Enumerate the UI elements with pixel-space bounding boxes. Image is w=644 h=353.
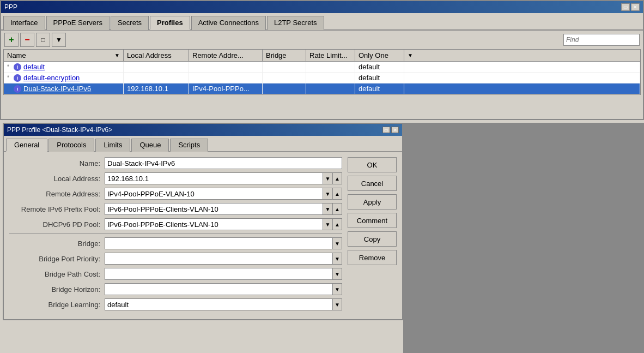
remove-button[interactable]: − (20, 33, 34, 47)
tab-active-connections[interactable]: Active Connections (191, 16, 266, 30)
bridge-learning-label: Bridge Learning: (9, 301, 105, 309)
bridge-field: ▼ (105, 237, 342, 249)
col-rate-limit: Rate Limit... (306, 50, 355, 61)
dialog-tab-protocols[interactable]: Protocols (48, 139, 94, 152)
table-row[interactable]: * i default-encryption default (4, 73, 640, 83)
bridge-path-cost-input[interactable] (105, 268, 332, 280)
bridge-horizon-label: Bridge Horizon: (9, 285, 105, 294)
row3-name: i Dual-Stack-IPv4-IPv6 (4, 83, 124, 94)
bridge-input[interactable] (105, 237, 332, 249)
remote-address-input[interactable] (105, 188, 323, 200)
bridge-path-cost-field: ▼ (105, 268, 342, 280)
row2-rate-limit (306, 73, 355, 83)
remote-ipv6-row: Remote IPv6 Prefix Pool: ▼ ▲ (9, 203, 342, 215)
remote-address-up[interactable]: ▲ (332, 188, 342, 200)
title-bar-buttons: ▭ ✕ (621, 3, 640, 11)
dhcpv6-dropdown[interactable]: ▼ (323, 218, 332, 230)
background-area (403, 123, 644, 353)
tab-profiles[interactable]: Profiles (150, 16, 190, 30)
cancel-button[interactable]: Cancel (348, 176, 397, 191)
remove-button[interactable]: Remove (348, 250, 397, 265)
dialog-tab-scripts[interactable]: Scripts (170, 139, 208, 152)
ok-button[interactable]: OK (348, 157, 397, 172)
local-address-field: ▼ ▲ (105, 172, 342, 184)
bridge-learning-dropdown[interactable]: ▼ (332, 298, 342, 310)
row1-name: * i default (4, 62, 124, 72)
name-input[interactable] (105, 157, 342, 169)
ppp-profile-dialog: PPP Profile <Dual-Stack-IPv4-IPv6> ▭ ✕ G… (3, 123, 403, 320)
dhcpv6-input[interactable] (105, 218, 323, 230)
bridge-dropdown[interactable]: ▼ (332, 237, 342, 249)
row1-extra (404, 62, 640, 72)
tab-secrets[interactable]: Secrets (111, 16, 149, 30)
row3-rate-limit (306, 83, 355, 94)
main-window: PPP ▭ ✕ Interface PPPoE Servers Secrets … (0, 0, 644, 120)
row2-remote-address (189, 73, 263, 83)
bridge-horizon-input[interactable] (105, 283, 332, 295)
tab-pppoe-servers[interactable]: PPPoE Servers (46, 16, 110, 30)
bridge-learning-row: Bridge Learning: ▼ (9, 298, 342, 310)
copy-button[interactable]: Copy (348, 231, 397, 247)
close-button[interactable]: ✕ (631, 3, 640, 11)
dialog-tabs: General Protocols Limits Queue Scripts (4, 136, 402, 152)
dialog-close-button[interactable]: ✕ (391, 127, 399, 133)
local-address-input[interactable] (105, 172, 323, 184)
minimize-button[interactable]: ▭ (621, 3, 630, 11)
row2-local-address (124, 73, 189, 83)
row2-only-one: default (355, 73, 404, 83)
row1-only-one: default (355, 62, 404, 72)
row1-rate-limit (306, 62, 355, 72)
dialog-tab-limits[interactable]: Limits (95, 139, 130, 152)
info-icon: i (14, 85, 21, 93)
col-remote-address: Remote Addre... (189, 50, 263, 61)
bridge-learning-input[interactable] (105, 298, 332, 310)
sort-arrow: ▼ (114, 52, 120, 58)
add-button[interactable]: + (4, 33, 19, 47)
remote-ipv6-label: Remote IPv6 Prefix Pool: (9, 205, 105, 213)
table-row[interactable]: i Dual-Stack-IPv4-IPv6 192.168.10.1 IPv4… (4, 83, 640, 94)
local-address-label: Local Address: (9, 175, 105, 183)
remote-address-label: Remote Address: (9, 190, 105, 198)
remote-ipv6-dropdown[interactable]: ▼ (323, 203, 332, 215)
form-fields: Name: Local Address: ▼ ▲ Remote Address:… (9, 157, 342, 314)
local-address-up[interactable]: ▲ (332, 172, 342, 184)
comment-button[interactable]: Comment (348, 213, 397, 228)
dialog-minimize-button[interactable]: ▭ (382, 127, 390, 133)
bridge-path-cost-dropdown[interactable]: ▼ (332, 268, 342, 280)
tab-interface[interactable]: Interface (3, 16, 45, 30)
dialog-tab-general[interactable]: General (6, 139, 47, 152)
dialog-title-bar: PPP Profile <Dual-Stack-IPv4-IPv6> ▭ ✕ (4, 124, 402, 136)
bridge-port-priority-label: Bridge Port Priority: (9, 255, 105, 263)
col-bridge: Bridge (263, 50, 306, 61)
bridge-horizon-row: Bridge Horizon: ▼ (9, 283, 342, 295)
bridge-port-priority-dropdown[interactable]: ▼ (332, 253, 342, 265)
bridge-port-priority-input[interactable] (105, 253, 332, 265)
bridge-learning-field: ▼ (105, 298, 342, 310)
name-label: Name: (9, 159, 105, 167)
toolbar: + − □ ▼ (1, 31, 643, 49)
remote-ipv6-up[interactable]: ▲ (332, 203, 342, 215)
dialog-form-area: Name: Local Address: ▼ ▲ Remote Address:… (4, 152, 402, 319)
dhcpv6-up[interactable]: ▲ (332, 218, 342, 230)
row2-extra (404, 73, 640, 83)
filter-button[interactable]: ▼ (52, 33, 66, 47)
dhcpv6-field: ▼ ▲ (105, 218, 342, 230)
local-address-dropdown[interactable]: ▼ (323, 172, 332, 184)
table-row[interactable]: * i default default (4, 62, 640, 73)
find-input[interactable] (563, 34, 640, 46)
row1-bridge (263, 62, 306, 72)
remote-address-row: Remote Address: ▼ ▲ (9, 188, 342, 200)
copy-toolbar-button[interactable]: □ (36, 33, 50, 47)
bridge-port-priority-field: ▼ (105, 253, 342, 265)
dialog-title-buttons: ▭ ✕ (382, 127, 399, 133)
apply-button[interactable]: Apply (348, 194, 397, 210)
remote-ipv6-input[interactable] (105, 203, 323, 215)
form-divider (9, 234, 342, 234)
dialog-tab-queue[interactable]: Queue (131, 139, 169, 152)
tab-l2tp-secrets[interactable]: L2TP Secrets (267, 16, 324, 30)
profiles-table: Name ▼ Local Address Remote Addre... Bri… (3, 49, 641, 95)
local-address-row: Local Address: ▼ ▲ (9, 172, 342, 184)
bridge-horizon-field: ▼ (105, 283, 342, 295)
bridge-horizon-dropdown[interactable]: ▼ (332, 283, 342, 295)
remote-address-dropdown[interactable]: ▼ (323, 188, 332, 200)
